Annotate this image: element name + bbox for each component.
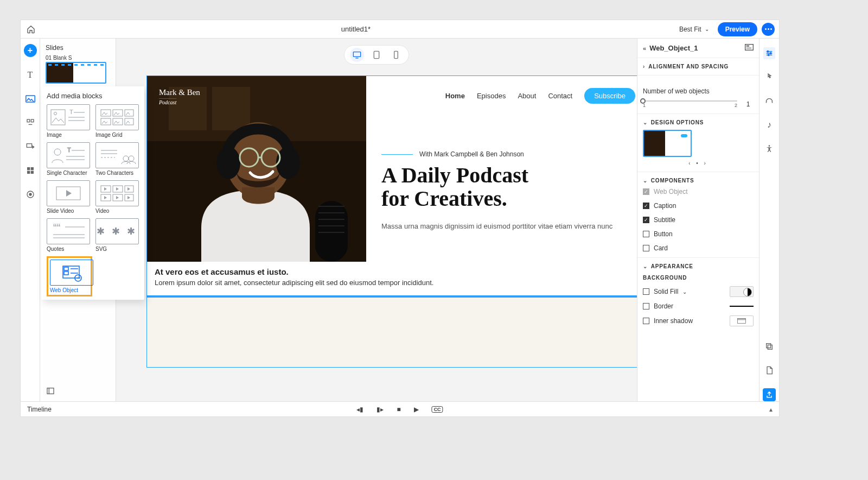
timeline-collapse-icon[interactable]: ▴ xyxy=(769,406,773,413)
border-swatch[interactable] xyxy=(730,306,754,307)
svg-text:T: T xyxy=(67,147,71,153)
svg-rect-2 xyxy=(31,119,34,122)
svg-text:““: ““ xyxy=(53,222,60,233)
components-section[interactable]: ⌄ COMPONENTS xyxy=(643,178,754,184)
interactions-icon[interactable] xyxy=(763,71,775,83)
caption-body[interactable]: Lorem ipsum dolor sit amet, consectetur … xyxy=(155,279,637,287)
branching-tool[interactable] xyxy=(24,141,36,153)
document-title: untitled1* xyxy=(37,25,675,33)
slide-type-icon[interactable] xyxy=(745,44,754,52)
web-object[interactable]: Mark & Ben Podcast Home Episodes About C… xyxy=(147,76,637,298)
media-image-grid[interactable]: Image Grid xyxy=(95,104,141,138)
chevron-down-icon: ⌄ xyxy=(682,289,687,295)
svg-rect-25 xyxy=(746,46,749,47)
media-svg[interactable]: ✱ ✱ ✱ SVG xyxy=(95,218,141,252)
svg-rect-40 xyxy=(101,118,111,125)
preview-button[interactable]: Preview xyxy=(718,22,757,36)
animation-icon[interactable] xyxy=(763,95,775,107)
desktop-view[interactable] xyxy=(350,48,364,62)
svg-point-31 xyxy=(769,145,770,147)
record-tool[interactable] xyxy=(24,188,36,200)
accessibility-icon[interactable] xyxy=(763,143,775,155)
step-back-icon[interactable]: ◂▮ xyxy=(356,406,363,413)
svg-point-43 xyxy=(54,149,61,155)
timeline-label[interactable]: Timeline xyxy=(27,406,52,413)
svg-rect-24 xyxy=(745,45,754,50)
svg-rect-5 xyxy=(30,167,33,170)
stop-icon[interactable]: ■ xyxy=(397,406,400,413)
media-single-character[interactable]: T Single Character xyxy=(47,142,92,176)
inner-shadow-checkbox[interactable]: Inner shadow xyxy=(643,317,693,325)
tablet-view[interactable] xyxy=(369,48,384,62)
audio-icon[interactable]: ♪ xyxy=(763,119,775,131)
cc-icon[interactable]: CC xyxy=(432,406,443,413)
component-subtitle[interactable]: ✓Subtitle xyxy=(643,216,754,224)
copy-icon[interactable] xyxy=(763,340,775,352)
svg-rect-55 xyxy=(63,266,79,278)
add-button[interactable]: + xyxy=(24,44,37,57)
component-button[interactable]: Button xyxy=(643,230,754,238)
svg-rect-27 xyxy=(738,319,746,320)
properties-icon[interactable] xyxy=(763,47,775,59)
more-button[interactable] xyxy=(762,23,775,36)
alignment-section[interactable]: › ALIGNMENT AND SPACING xyxy=(643,64,754,70)
home-icon[interactable] xyxy=(25,23,37,35)
brand-name: Mark & Ben xyxy=(159,88,200,97)
chevron-down-icon: ⌄ xyxy=(705,26,709,32)
media-two-characters[interactable]: Two Characters xyxy=(95,142,141,176)
design-carousel-nav[interactable]: ‹ • › xyxy=(643,160,754,166)
svg-point-20 xyxy=(276,147,300,179)
brand-sub: Podcast xyxy=(159,98,176,105)
hero-image: Mark & Ben Podcast xyxy=(147,76,366,262)
mobile-view[interactable] xyxy=(389,48,403,62)
caption-title[interactable]: At vero eos et accusamus et iusto. xyxy=(155,267,637,276)
svg-point-30 xyxy=(768,54,769,56)
slide-canvas[interactable]: Mark & Ben Podcast Home Episodes About C… xyxy=(146,75,637,368)
media-quotes[interactable]: ““ Quotes xyxy=(47,218,92,252)
document-icon[interactable] xyxy=(763,364,775,376)
appearance-section[interactable]: ⌄ APPEARANCE xyxy=(643,263,754,269)
nav-episodes[interactable]: Episodes xyxy=(477,92,506,100)
zoom-dropdown[interactable]: Best Fit ⌄ xyxy=(675,23,713,35)
widget-tool[interactable] xyxy=(24,165,36,176)
inner-shadow-swatch[interactable] xyxy=(730,315,754,326)
zoom-label: Best Fit xyxy=(679,26,701,33)
collapse-inspector-icon[interactable]: « xyxy=(643,45,646,52)
border-checkbox[interactable]: Border xyxy=(643,302,673,310)
design-option-1[interactable] xyxy=(643,130,692,157)
subscribe-button[interactable]: Subscribe xyxy=(584,88,635,104)
slide-thumb[interactable] xyxy=(46,62,106,84)
svg-rect-37 xyxy=(101,110,111,116)
media-image[interactable]: T Image xyxy=(47,104,92,138)
solid-fill-checkbox[interactable]: Solid Fill ⌄ xyxy=(643,288,687,295)
headline: A Daily Podcast for Creatives. xyxy=(381,163,635,210)
svg-rect-38 xyxy=(113,110,123,116)
toc-icon[interactable] xyxy=(44,385,56,397)
media-tool[interactable] xyxy=(24,93,36,105)
text-tool[interactable]: T xyxy=(24,69,36,81)
num-objects-slider[interactable] xyxy=(643,100,737,102)
step-forward-icon[interactable]: ▮▸ xyxy=(376,406,384,413)
nav-about[interactable]: About xyxy=(518,92,536,100)
interactive-tool[interactable] xyxy=(24,117,36,129)
component-web-object: ✓Web Object xyxy=(643,188,754,195)
design-section[interactable]: ⌄ DESIGN OPTIONS xyxy=(643,119,754,125)
svg-point-9 xyxy=(29,193,31,195)
nav-contact[interactable]: Contact xyxy=(548,92,572,100)
solid-fill-swatch[interactable] xyxy=(730,286,754,297)
component-card[interactable]: Card xyxy=(643,244,754,252)
svg-rect-11 xyxy=(353,52,360,57)
share-button[interactable] xyxy=(763,388,776,401)
nav-home[interactable]: Home xyxy=(445,92,465,100)
media-web-object[interactable]: Web Object xyxy=(47,256,92,296)
svg-rect-10 xyxy=(47,388,54,394)
overline: With Mark Campbell & Ben Johnson xyxy=(381,150,635,158)
svg-point-46 xyxy=(129,156,134,161)
media-slide-video[interactable]: Slide Video xyxy=(47,180,92,214)
media-video[interactable]: Video xyxy=(95,180,141,214)
num-objects-value: 1 xyxy=(743,100,754,108)
component-caption[interactable]: ✓Caption xyxy=(643,202,754,210)
media-popup: Add media blocks T Image Image Grid T Si… xyxy=(41,86,144,300)
play-icon[interactable]: ▶ xyxy=(414,406,419,413)
svg-rect-41 xyxy=(113,118,123,125)
